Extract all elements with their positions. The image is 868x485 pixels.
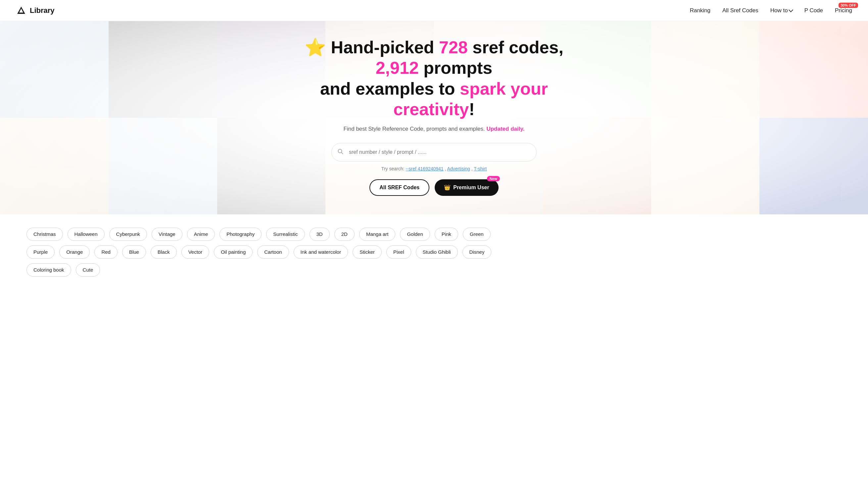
tag-pill[interactable]: Oil painting <box>214 246 253 259</box>
off-badge: 30% OFF <box>839 3 858 8</box>
premium-button[interactable]: 👑 Premium User <box>435 179 499 196</box>
tag-pill[interactable]: Ink and watercolor <box>293 246 348 259</box>
hero-tile <box>760 21 868 118</box>
hero-title: ⭐ Hand-picked 728 sref codes, 2,912 prom… <box>293 37 575 120</box>
hero-title-part3: prompts <box>419 58 492 77</box>
search-wrap <box>331 143 537 161</box>
hero-buttons: All SREF Codes 👑 Premium User New <box>293 179 575 196</box>
tag-pill[interactable]: Blue <box>122 246 146 259</box>
hero-title-part1: Hand-picked <box>331 38 439 57</box>
search-input[interactable] <box>331 143 537 161</box>
try-search-label: Try search: <box>381 166 406 171</box>
tag-pill[interactable]: Christmas <box>27 228 63 241</box>
logo-icon <box>16 5 27 16</box>
premium-button-wrap: 👑 Premium User New <box>435 179 499 196</box>
logo[interactable]: Library <box>16 5 55 16</box>
tags-row-3: Coloring bookCute <box>27 263 841 277</box>
tag-pill[interactable]: 3D <box>310 228 330 241</box>
tag-pill[interactable]: Green <box>463 228 491 241</box>
premium-label: Premium User <box>453 185 489 191</box>
hero-title-line2-pre: and examples to <box>320 79 460 98</box>
all-sref-button[interactable]: All SREF Codes <box>369 179 429 196</box>
tag-pill[interactable]: Vintage <box>152 228 182 241</box>
tag-pill[interactable]: Studio Ghibli <box>416 246 458 259</box>
logo-text: Library <box>30 6 55 15</box>
try-link-1[interactable]: --sref 4169240941 <box>406 166 443 171</box>
comma-2: , <box>470 166 474 171</box>
svg-line-3 <box>342 153 343 154</box>
search-icon <box>337 148 343 156</box>
hero-tile <box>108 21 217 118</box>
comma-1: , <box>443 166 447 171</box>
tag-pill[interactable]: Pixel <box>386 246 411 259</box>
tag-pill[interactable]: Black <box>151 246 177 259</box>
hero-highlight1: 728 <box>439 38 468 57</box>
hero-subtitle-text: Find best Style Reference Code, prompts … <box>344 126 487 132</box>
tag-pill[interactable]: Vector <box>181 246 210 259</box>
tags-section: ChristmasHalloweenCyberpunkVintageAnimeP… <box>0 215 868 297</box>
tag-pill[interactable]: Pink <box>435 228 458 241</box>
tag-pill[interactable]: Red <box>94 246 118 259</box>
tag-pill[interactable]: Cartoon <box>257 246 289 259</box>
navbar: Library Ranking All Sref Codes How to P … <box>0 0 868 21</box>
tag-pill[interactable]: Cute <box>76 263 100 277</box>
hero-tile <box>0 118 108 215</box>
hero-tile <box>108 118 217 215</box>
tag-pill[interactable]: 2D <box>334 228 354 241</box>
chevron-down-icon <box>788 8 793 12</box>
search-hints: Try search: --sref 4169240941 , Advertis… <box>293 166 575 171</box>
tag-pill[interactable]: Anime <box>187 228 215 241</box>
tag-pill[interactable]: Halloween <box>67 228 104 241</box>
tag-pill[interactable]: Disney <box>462 246 492 259</box>
nav-all-sref[interactable]: All Sref Codes <box>722 7 758 14</box>
hero-emoji: ⭐ <box>305 38 326 57</box>
tag-pill[interactable]: Manga art <box>359 228 396 241</box>
nav-how-to[interactable]: How to <box>770 7 793 14</box>
tag-pill[interactable]: Photography <box>219 228 261 241</box>
tags-row-1: ChristmasHalloweenCyberpunkVintageAnimeP… <box>27 228 841 241</box>
nav-links: Ranking All Sref Codes How to P Code Pri… <box>690 7 852 14</box>
premium-emoji: 👑 <box>444 184 451 191</box>
hero-subtitle: Find best Style Reference Code, prompts … <box>293 126 575 132</box>
hero-section: ⭐ Hand-picked 728 sref codes, 2,912 prom… <box>0 21 868 215</box>
tag-pill[interactable]: Cyberpunk <box>109 228 147 241</box>
hero-title-part2: sref codes, <box>468 38 563 57</box>
new-badge: New <box>487 176 500 181</box>
nav-ranking[interactable]: Ranking <box>690 7 710 14</box>
tag-pill[interactable]: Golden <box>400 228 430 241</box>
hero-tile <box>0 21 108 118</box>
tag-pill[interactable]: Coloring book <box>27 263 71 277</box>
nav-p-code[interactable]: P Code <box>804 7 823 14</box>
try-link-3[interactable]: T-shirt <box>474 166 487 171</box>
hero-highlight2: 2,912 <box>376 58 419 77</box>
tag-pill[interactable]: Purple <box>27 246 55 259</box>
tags-row-2: PurpleOrangeRedBlueBlackVectorOil painti… <box>27 246 841 259</box>
nav-pricing[interactable]: Pricing <box>835 7 852 13</box>
hero-tile <box>760 118 868 215</box>
nav-pricing-wrap: Pricing 30% OFF <box>835 7 852 14</box>
hero-tile <box>651 21 760 118</box>
hero-content: ⭐ Hand-picked 728 sref codes, 2,912 prom… <box>285 21 583 215</box>
hero-updated: Updated daily. <box>486 126 524 132</box>
hero-title-post: ! <box>469 100 475 119</box>
tag-pill[interactable]: Orange <box>59 246 90 259</box>
try-link-2[interactable]: Advertising <box>447 166 470 171</box>
tag-pill[interactable]: Sticker <box>352 246 382 259</box>
hero-tile <box>651 118 760 215</box>
tag-pill[interactable]: Surrealistic <box>266 228 305 241</box>
